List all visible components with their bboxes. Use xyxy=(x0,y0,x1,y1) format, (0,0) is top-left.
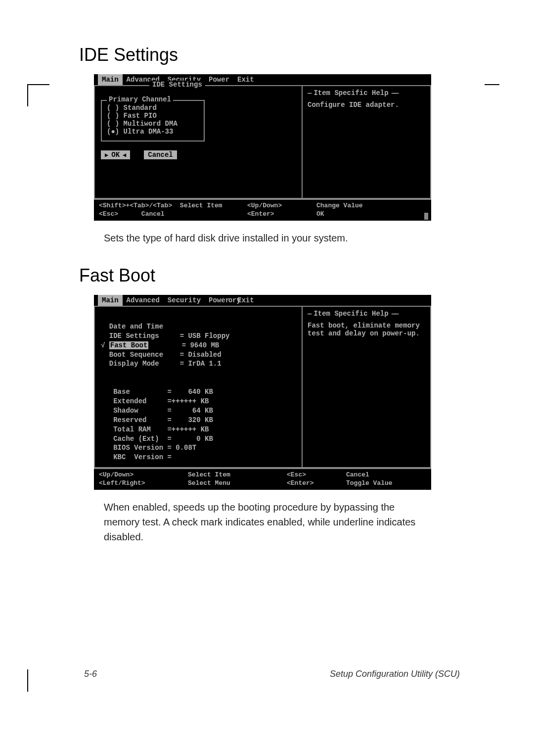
bios-left-panel: Date and Time IDE Settings = USB Floppy … xyxy=(94,306,303,468)
hint-val-4: OK xyxy=(316,210,405,218)
help-title: Item Specific Help xyxy=(313,310,388,318)
shade-icon xyxy=(424,213,428,220)
hint-key-2: <Esc> xyxy=(287,471,346,478)
option-fast-pio[interactable]: ( ) Fast PIO xyxy=(107,112,199,120)
item-date-time[interactable]: Date and Time xyxy=(101,323,163,331)
mem-total: Total RAM =++++++ KB xyxy=(101,425,209,433)
page-content: IDE Settings Main Advanced Security Powe… xyxy=(0,0,534,584)
bios-footer: <Up/Down> Select Item <Esc> Cancel <Left… xyxy=(94,468,431,490)
cancel-button-label: Cancel xyxy=(148,151,173,159)
cancel-button[interactable]: Cancel xyxy=(144,150,177,159)
dash-icon: — xyxy=(308,89,311,97)
hint-val-2: Change Value xyxy=(316,202,405,209)
bios-menu-bar: Main Advanced Security Power Exit ory xyxy=(94,295,431,306)
bios-menu-bar: Main Advanced Security Power Exit xyxy=(94,74,431,85)
menu-advanced[interactable]: Advanced xyxy=(123,295,164,306)
mem-base: Base = 640 KB xyxy=(101,388,213,396)
triangle-left-icon: ◀ xyxy=(123,151,126,159)
crop-mark-bl xyxy=(27,669,42,692)
fastboot-caption: When enabled, speeds up the booting proc… xyxy=(104,500,420,544)
crop-mark-tl xyxy=(27,84,49,106)
bios-help-panel: — Item Specific Help —— Fast boot, elimi… xyxy=(303,306,431,468)
hint-key-3: <Esc> Cancel xyxy=(99,210,247,218)
help-title: Item Specific Help xyxy=(313,89,388,97)
help-text: Fast boot, eliminate memory test and del… xyxy=(308,322,425,337)
bios-screenshot-fastboot: Main Advanced Security Power Exit ory Da… xyxy=(94,295,431,490)
menu-power[interactable]: Power xyxy=(205,74,233,85)
hint-key-4: <Enter> xyxy=(287,479,346,487)
hint-val-1: Select Item xyxy=(188,471,287,478)
ok-button[interactable]: ▶ OK ◀ xyxy=(101,150,130,159)
menu-exit[interactable]: Exit xyxy=(233,74,258,85)
ok-button-label: OK xyxy=(111,151,120,159)
ide-caption: Sets the type of hard disk drive install… xyxy=(104,231,420,245)
item-ide-settings[interactable]: IDE Settings = USB Floppy xyxy=(101,332,229,340)
doc-title: Setup Configuration Utility (SCU) xyxy=(330,669,460,679)
main-menu-list: Date and Time IDE Settings = USB Floppy … xyxy=(101,313,296,462)
dash-icon: —— xyxy=(392,310,398,318)
mem-extended: Extended =++++++ KB xyxy=(101,397,209,405)
mem-cache: Cache (Ext) = 0 KB xyxy=(101,435,213,443)
mem-shadow: Shadow = 64 KB xyxy=(101,407,213,415)
subtitle-ory: ory xyxy=(228,296,241,304)
hint-key-1: <Up/Down> xyxy=(99,471,188,478)
bios-help-panel: — Item Specific Help —— Configure IDE ad… xyxy=(303,85,431,199)
primary-channel-label: Primary Channel xyxy=(107,95,173,103)
option-multiword-dma[interactable]: ( ) Multiword DMA xyxy=(107,120,199,128)
heading-ide: IDE Settings xyxy=(79,45,490,65)
hint-val-4: Toggle Value xyxy=(346,479,435,487)
hint-key-4: <Enter> xyxy=(247,210,316,218)
bios-left-panel: IDE Settings Primary Channel ( ) Standar… xyxy=(94,85,303,199)
hint-key-3: <Left/Right> xyxy=(99,479,188,487)
option-standard[interactable]: ( ) Standard xyxy=(107,104,199,112)
hint-val-3: Select Menu xyxy=(188,479,287,487)
item-boot-sequence[interactable]: Boot Sequence = Disabled xyxy=(101,351,222,359)
triangle-right-icon: ▶ xyxy=(105,151,108,159)
dash-icon: — xyxy=(308,310,311,318)
dialog-title: IDE Settings xyxy=(149,81,205,89)
menu-security[interactable]: Security xyxy=(164,295,205,306)
page-number: 5-6 xyxy=(84,669,97,679)
crop-mark-tr xyxy=(485,84,499,99)
heading-fastboot: Fast Boot xyxy=(79,265,490,286)
page-footer: 5-6 Setup Configuration Utility (SCU) xyxy=(84,669,460,679)
menu-main[interactable]: Main xyxy=(98,295,123,306)
hint-key-2: <Up/Down> xyxy=(247,202,316,209)
item-display-mode[interactable]: Display Mode = IrDA 1.1 xyxy=(101,360,222,368)
menu-main[interactable]: Main xyxy=(98,74,123,85)
bios-version: BIOS Version = 0.08T xyxy=(101,444,196,452)
item-fast-boot[interactable]: √ Fast Boot = 9640 MB xyxy=(101,341,219,349)
primary-channel-box: Primary Channel ( ) Standard ( ) Fast PI… xyxy=(101,100,205,142)
bios-footer: <Shift>+<Tab>/<Tab> Select Item <Up/Down… xyxy=(94,199,431,221)
help-text: Configure IDE adapter. xyxy=(308,101,425,109)
hint-key-1: <Shift>+<Tab>/<Tab> Select Item xyxy=(99,202,247,209)
option-ultra-dma33[interactable]: (●) Ultra DMA-33 xyxy=(107,128,199,136)
bios-screenshot-ide: Main Advanced Security Power Exit IDE Se… xyxy=(94,74,431,221)
dash-icon: —— xyxy=(392,89,398,97)
hint-val-2: Cancel xyxy=(346,471,435,478)
mem-reserved: Reserved = 320 KB xyxy=(101,416,213,424)
kbc-version: KBC Version = xyxy=(101,453,172,461)
